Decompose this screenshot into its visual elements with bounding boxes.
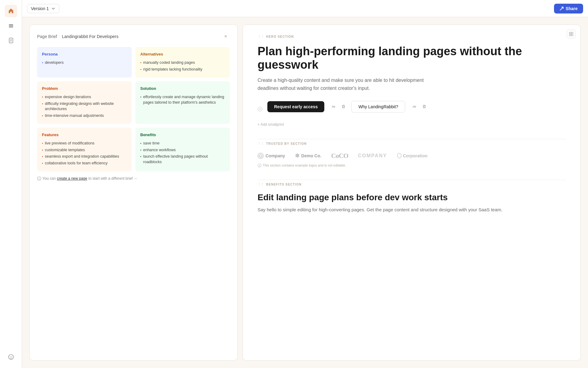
solution-list: effortlessly create and manage dynamic l… [140,94,225,106]
hero-title: Plan high-performing landing pages witho… [258,45,566,71]
add-smallprint[interactable]: + Add smallprint [258,122,566,127]
sidebar-home-icon[interactable] [5,5,17,17]
persona-list: developers [42,59,127,66]
why-landingrabbbit-button[interactable]: Why LandingRabbit? [351,101,405,113]
primary-btn-link-icon[interactable] [329,102,338,111]
svg-rect-16 [571,34,573,36]
solution-title: Solution [140,86,225,91]
trash-icon-2 [422,105,426,109]
benefits-item-2: launch effective landing pages without r… [140,153,225,165]
svg-rect-2 [9,27,13,28]
persona-title: Persona [42,52,127,56]
svg-rect-14 [571,32,573,34]
benefits-section: ⋮⋮ BENEFITS SECTION Edit landing page pl… [258,180,566,213]
secondary-btn-delete-icon[interactable] [420,102,428,111]
sidebar-emoji-icon[interactable] [5,351,17,363]
svg-point-12 [39,177,39,178]
close-icon: × [224,34,227,39]
problem-item-1: difficulty integrating designs with webs… [42,101,127,113]
problem-item-0: expensive design iterations [42,94,127,101]
secondary-btn-actions [410,102,428,111]
hero-add-icon[interactable] [258,107,262,112]
svg-rect-15 [569,34,571,36]
share-button[interactable]: Share [554,4,583,13]
share-icon [560,6,564,11]
sidebar-layers-icon[interactable] [5,20,17,32]
create-new-page-link[interactable]: create a new page [57,176,87,181]
non-editable-text: This section contains example logos and … [263,163,346,167]
version-label: Version 1 [31,6,49,11]
footer-text: You can [43,176,56,181]
brief-footer: You can create a new page to start with … [37,176,230,181]
version-selector[interactable]: Version 1 [27,4,59,13]
toolbar: Version 1 Share [22,0,588,17]
features-title: Features [42,132,127,137]
company-icon [258,153,264,159]
trusted-section-label: ⋮⋮ TRUSTED BY SECTION [258,142,566,146]
content-area: Page Brief · Landingrabbit For Developer… [22,17,588,368]
alternatives-list: manually coded landing pages rigid templ… [140,59,225,73]
logo-row: Company ❄ Demo Co. CoCO COMPANY [258,152,566,160]
close-button[interactable]: × [221,32,230,41]
panel-title: Page Brief · Landingrabbit For Developer… [37,34,119,39]
brief-title: Page Brief [37,34,57,39]
company-label: Company [266,153,285,158]
trash-icon [341,105,345,109]
persona-item: developers [42,59,127,66]
panel-top-actions [567,30,575,38]
problem-item-2: time-intensive manual adjustments [42,113,127,119]
features-item-1: customizable templates [42,147,127,154]
panel-header: Page Brief · Landingrabbit For Developer… [37,32,230,41]
features-list: live previews of modifications customiza… [42,140,127,167]
sidebar-document-icon[interactable] [5,34,17,47]
add-section-icon [258,107,262,112]
svg-point-23 [259,164,260,165]
alternatives-item-1: rigid templates lacking functionality [140,66,225,73]
shield-icon [397,153,402,159]
features-item-0: live previews of modifications [42,140,127,147]
hero-section: ⋮⋮ HERO SECTION Plan high-performing lan… [258,35,566,127]
request-early-access-button[interactable]: Request early access [267,101,324,112]
hero-section-label: ⋮⋮ HERO SECTION [258,35,566,39]
svg-rect-0 [9,24,13,25]
preview-panel: ⋮⋮ HERO SECTION Plan high-performing lan… [243,25,581,361]
problem-list: expensive design iterations difficulty i… [42,94,127,119]
svg-rect-1 [9,25,13,26]
features-item-3: collaborative tools for team efficiency [42,160,127,167]
link-icon [331,105,336,109]
solution-card: Solution effortlessly create and manage … [135,81,230,124]
demo-co-snowflake: ❄ [295,152,300,159]
logo-company-text: COMPANY [358,153,387,159]
info-icon [37,176,41,181]
page-brief-panel: Page Brief · Landingrabbit For Developer… [29,25,238,361]
solution-item-0: effortlessly create and manage dynamic l… [140,94,225,106]
benefits-brief-list: save time enhance workflows launch effec… [140,140,225,165]
title-separator: · [59,34,60,39]
secondary-btn-link-icon[interactable] [410,102,419,111]
primary-btn-delete-icon[interactable] [339,102,348,111]
persona-card: Persona developers [37,47,132,78]
primary-btn-actions [329,102,348,111]
features-item-2: seamless export and integration capabili… [42,153,127,160]
svg-point-8 [10,356,10,357]
trusted-by-section: ⋮⋮ TRUSTED BY SECTION Company [258,139,566,167]
grid-view-button[interactable] [567,30,575,38]
benefits-drag-handle: ⋮⋮ [258,182,264,186]
svg-point-7 [9,355,13,359]
logo-company: Company [258,153,285,159]
brief-grid: Persona developers Alternatives manually… [37,47,230,171]
sidebar [0,0,22,368]
demo-co-label: Demo Co. [301,153,321,158]
benefits-section-subtitle: Say hello to simple editing for high-con… [258,206,566,213]
alternatives-item-0: manually coded landing pages [140,59,225,66]
coco-label: CoCO [331,152,348,160]
hero-buttons: Request early access [267,101,428,113]
corporation-label: Corporation [403,153,428,158]
benefits-brief-title: Benefits [140,132,225,137]
problem-title: Problem [42,86,127,91]
alternatives-card: Alternatives manually coded landing page… [135,47,230,78]
logo-demo-co: ❄ Demo Co. [295,152,321,159]
benefits-section-title: Edit landing page plans before dev work … [258,193,566,202]
svg-rect-13 [569,32,571,34]
logo-corporation: Corporation [397,153,428,159]
